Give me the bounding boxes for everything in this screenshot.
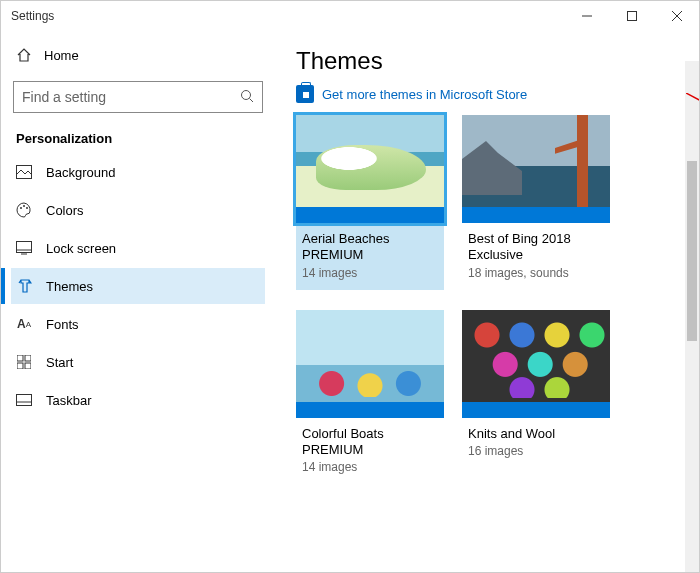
lockscreen-icon xyxy=(16,240,32,256)
page-title: Themes xyxy=(296,47,689,75)
svg-line-5 xyxy=(250,98,254,102)
svg-rect-14 xyxy=(25,355,31,361)
nav-label: Taskbar xyxy=(46,393,92,408)
minimize-button[interactable] xyxy=(564,1,609,31)
theme-meta: 16 images xyxy=(462,442,610,462)
store-icon xyxy=(296,85,314,103)
nav-item-background[interactable]: Background xyxy=(11,154,265,190)
home-label: Home xyxy=(44,48,79,63)
close-button[interactable] xyxy=(654,1,699,31)
theme-name: Knits and Wool xyxy=(462,418,610,442)
search-icon xyxy=(240,89,254,106)
nav-item-themes[interactable]: Themes xyxy=(11,268,265,304)
theme-thumbnail xyxy=(462,115,610,207)
store-link-row[interactable]: Get more themes in Microsoft Store xyxy=(296,85,689,103)
themes-grid: Aerial Beaches PREMIUM 14 images Best of… xyxy=(296,115,689,478)
theme-meta: 14 images xyxy=(296,264,444,290)
home-icon xyxy=(16,47,32,63)
theme-name: Colorful Boats PREMIUM xyxy=(296,418,444,459)
search-placeholder: Find a setting xyxy=(22,89,106,105)
theme-card[interactable]: Knits and Wool 16 images xyxy=(462,310,610,479)
nav-item-start[interactable]: Start xyxy=(11,344,265,380)
svg-rect-16 xyxy=(25,363,31,369)
theme-name: Best of Bing 2018 Exclusive xyxy=(462,223,610,264)
theme-thumbnail xyxy=(296,115,444,207)
nav-label: Background xyxy=(46,165,115,180)
theme-card[interactable]: Best of Bing 2018 Exclusive 18 images, s… xyxy=(462,115,610,290)
app-title: Settings xyxy=(11,9,54,23)
svg-rect-13 xyxy=(17,355,23,361)
nav-item-fonts[interactable]: AA Fonts xyxy=(11,306,265,342)
sidebar: Home Find a setting Personalization Back… xyxy=(1,31,276,572)
theme-card[interactable]: Colorful Boats PREMIUM 14 images xyxy=(296,310,444,479)
window-controls xyxy=(564,1,699,31)
nav-label: Fonts xyxy=(46,317,79,332)
themes-icon xyxy=(16,278,32,294)
maximize-button[interactable] xyxy=(609,1,654,31)
svg-point-4 xyxy=(242,90,251,99)
svg-rect-15 xyxy=(17,363,23,369)
theme-name: Aerial Beaches PREMIUM xyxy=(296,223,444,264)
title-bar: Settings xyxy=(1,1,699,31)
theme-thumbnail xyxy=(462,310,610,402)
taskbar-icon xyxy=(16,392,32,408)
theme-thumbnail xyxy=(296,310,444,402)
fonts-icon: AA xyxy=(16,316,32,332)
nav-label: Themes xyxy=(46,279,93,294)
theme-card[interactable]: Aerial Beaches PREMIUM 14 images xyxy=(296,115,444,290)
home-button[interactable]: Home xyxy=(11,41,265,73)
picture-icon xyxy=(16,164,32,180)
nav-label: Start xyxy=(46,355,73,370)
nav-label: Colors xyxy=(46,203,84,218)
category-header: Personalization xyxy=(11,131,265,154)
svg-point-7 xyxy=(20,207,22,209)
nav-label: Lock screen xyxy=(46,241,116,256)
theme-meta: 14 images xyxy=(296,458,444,478)
scrollbar[interactable] xyxy=(685,61,699,572)
nav-item-lockscreen[interactable]: Lock screen xyxy=(11,230,265,266)
nav-item-colors[interactable]: Colors xyxy=(11,192,265,228)
svg-point-8 xyxy=(23,205,25,207)
svg-point-9 xyxy=(26,207,28,209)
nav-item-taskbar[interactable]: Taskbar xyxy=(11,382,265,418)
start-icon xyxy=(16,354,32,370)
scrollbar-thumb[interactable] xyxy=(687,161,697,341)
svg-rect-1 xyxy=(627,12,636,21)
content-area: Themes Get more themes in Microsoft Stor… xyxy=(276,31,699,572)
svg-rect-10 xyxy=(17,242,32,253)
svg-rect-17 xyxy=(17,395,32,406)
theme-meta: 18 images, sounds xyxy=(462,264,610,284)
palette-icon xyxy=(16,202,32,218)
store-link-text: Get more themes in Microsoft Store xyxy=(322,87,527,102)
search-input[interactable]: Find a setting xyxy=(13,81,263,113)
